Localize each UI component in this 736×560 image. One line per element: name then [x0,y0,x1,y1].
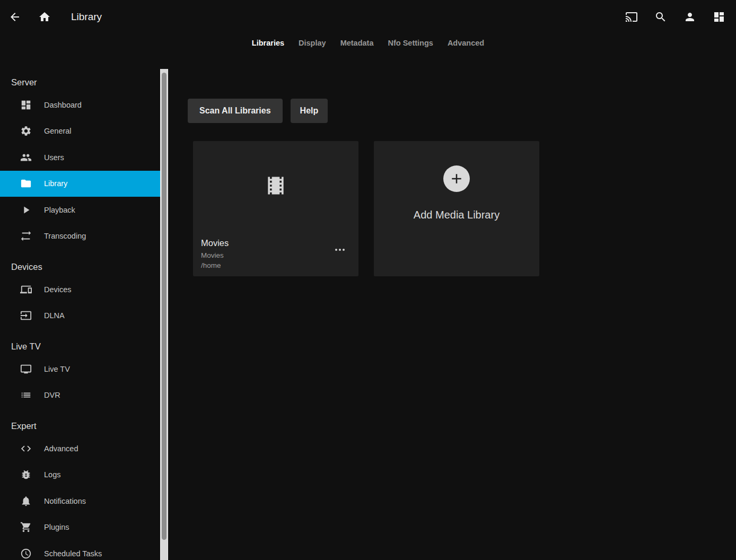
sidebar-item-library[interactable]: Library [0,171,160,197]
sidebar-item-label: Users [44,153,64,162]
sidebar-item-label: Dashboard [44,101,82,109]
bug-icon [20,469,32,480]
scan-all-libraries-button[interactable]: Scan All Libraries [188,99,283,123]
arrow-back-icon [8,11,21,23]
more-menu-button[interactable] [332,246,348,254]
tab-libraries[interactable]: Libraries [252,39,284,47]
appbar-right-group [620,5,731,29]
card-subtitle: Movies [201,251,229,259]
clock-icon [20,548,32,559]
sidebar-item-devices[interactable]: Devices [0,276,160,303]
sidebar-item-advanced[interactable]: Advanced [0,435,160,462]
page-title: Library [71,11,102,23]
library-content: Scan All Libraries Help Movies Movies /h… [169,69,736,560]
sidebar-item-dashboard[interactable]: Dashboard [0,92,160,118]
scrollbar-thumb[interactable] [162,73,167,540]
person-icon [684,11,696,23]
search-button[interactable] [649,5,672,29]
bell-icon [20,495,32,507]
add-media-library-label: Add Media Library [414,209,500,221]
filmstrip-icon [264,174,287,197]
card-title: Movies [201,238,229,248]
sidebar-item-label: Devices [44,285,72,294]
sidebar-item-plugins[interactable]: Plugins [0,514,160,541]
dashboard-icon [20,99,32,111]
cart-icon [20,521,32,533]
sidebar-section-livetv: Live TV Live TV DVR [0,342,160,408]
tab-nfo-settings[interactable]: Nfo Settings [388,39,433,47]
sidebar-item-general[interactable]: General [0,118,160,145]
sidebar-item-label: DLNA [44,311,65,320]
cast-button[interactable] [620,5,643,29]
tab-metadata[interactable]: Metadata [340,39,374,47]
section-heading-server: Server [0,77,160,88]
sidebar-item-dlna[interactable]: DLNA [0,303,160,329]
section-heading-livetv: Live TV [0,342,160,352]
back-button[interactable] [3,5,27,29]
dashboard-button[interactable] [707,5,731,29]
sidebar-item-label: Notifications [44,497,86,505]
dashboard-icon [713,11,725,23]
home-icon [38,11,51,23]
search-icon [654,11,667,23]
sidebar-item-livetv[interactable]: Live TV [0,356,160,382]
sidebar-item-label: Transcoding [44,232,86,240]
list-icon [20,389,32,401]
card-info: Movies Movies /home [201,238,229,269]
card-path: /home [201,261,229,269]
sidebar-item-dvr[interactable]: DVR [0,382,160,409]
sidebar-item-label: DVR [44,391,60,399]
sidebar-item-label: Advanced [44,444,78,453]
sidebar-item-playback[interactable]: Playback [0,197,160,223]
sidebar-item-logs[interactable]: Logs [0,462,160,488]
tab-display[interactable]: Display [299,39,326,47]
more-horizontal-icon [335,249,337,251]
user-button[interactable] [678,5,702,29]
plus-circle-icon [443,165,470,192]
devices-icon [20,284,32,295]
sidebar-item-users[interactable]: Users [0,144,160,171]
sidebar-item-label: Live TV [44,365,70,373]
app-bar: Library [0,0,736,34]
help-button[interactable]: Help [291,99,328,123]
sidebar-item-transcoding[interactable]: Transcoding [0,223,160,250]
sidebar-section-server: Server Dashboard General Users Library [0,77,160,249]
library-toolbar: Scan All Libraries Help [188,99,736,123]
users-icon [20,152,32,163]
library-card-movies[interactable]: Movies Movies /home [193,141,358,276]
sidebar-item-notifications[interactable]: Notifications [0,488,160,514]
code-icon [20,443,32,454]
sidebar-section-devices: Devices Devices DLNA [0,262,160,329]
appbar-left-group: Library [3,5,102,29]
sidebar-item-label: Scheduled Tasks [44,549,102,558]
sidebar-item-label: Plugins [44,523,69,531]
sidebar-section-expert: Expert Advanced Logs Notifications Plugi… [0,421,160,560]
gear-icon [20,125,32,137]
transcode-arrows-icon [20,230,32,242]
tab-advanced[interactable]: Advanced [448,39,484,47]
folder-icon [20,178,32,189]
add-media-library-card[interactable]: Add Media Library [374,141,539,276]
input-icon [20,310,32,321]
sidebar-scrollbar[interactable] [160,69,168,560]
home-button[interactable] [33,5,56,29]
library-cards: Movies Movies /home Add Media Library [193,141,736,276]
sidebar-item-scheduled-tasks[interactable]: Scheduled Tasks [0,540,160,560]
cast-icon [625,11,638,23]
section-heading-devices: Devices [0,262,160,272]
play-icon [20,204,32,216]
sidebar-item-label: General [44,127,72,135]
sidebar-item-label: Logs [44,470,60,479]
settings-tabs: Libraries Display Metadata Nfo Settings … [0,34,736,52]
sidebar: Server Dashboard General Users Library [0,69,160,560]
section-heading-expert: Expert [0,421,160,431]
sidebar-item-label: Playback [44,206,75,214]
sidebar-item-label: Library [44,179,67,188]
tv-icon [20,363,32,375]
